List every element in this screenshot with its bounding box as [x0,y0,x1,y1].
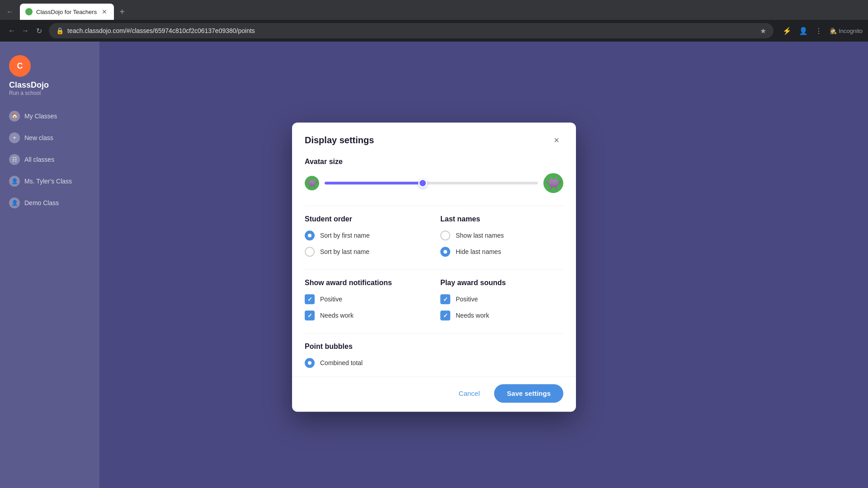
sidebar-item-label: Demo Class [24,199,59,206]
sidebar-item-ms-tyler[interactable]: 👤 Ms. Tyler's Class [0,170,99,192]
forward-button[interactable]: → [19,24,32,37]
new-class-icon: + [9,132,20,143]
student-order-section: Student order Sort by first name Sort by… [305,215,428,257]
sidebar-item-new-class[interactable]: + New class [0,127,99,149]
last-names-section: Last names Show last names Hide last nam… [440,215,563,257]
browser-tab[interactable]: ClassDojo for Teachers ✕ [20,4,114,20]
point-bubbles-section: Point bubbles Combined total [305,343,563,368]
sidebar-item-all-classes[interactable]: ☷ All classes [0,149,99,170]
last-names-title: Last names [440,215,563,223]
divider-3 [305,333,563,333]
hide-last-radio[interactable] [440,247,450,257]
sort-by-last-name-option[interactable]: Sort by last name [305,247,428,257]
profile-button[interactable]: 👤 [799,27,808,35]
point-bubbles-title: Point bubbles [305,343,563,351]
browser-chrome: ← ClassDojo for Teachers ✕ + ← → ↻ 🔒 tea… [0,0,868,42]
lock-icon: 🔒 [56,27,64,34]
sidebar-item-my-classes[interactable]: 🏠 My Classes [0,105,99,127]
back-nav-button[interactable]: ← [4,5,16,18]
modal-close-button[interactable]: × [550,133,563,147]
avatar-size-title: Avatar size [305,158,563,166]
sort-first-radio[interactable] [305,230,315,240]
student-order-lastnames-grid: Student order Sort by first name Sort by… [305,215,563,257]
back-button[interactable]: ← [5,24,18,37]
incognito-button[interactable]: 🕵 Incognito [830,28,863,34]
show-last-radio[interactable] [440,230,450,240]
play-award-positive-option[interactable]: Positive [440,294,563,304]
sidebar-brand: ClassDojo [9,80,90,90]
play-award-checkbox-group: Positive Needs work [440,294,563,320]
avatar-small-icon: 👾 [305,176,319,190]
point-bubbles-radio-group: Combined total [305,358,563,368]
play-award-title: Play award sounds [440,279,563,287]
sidebar-item-demo-class[interactable]: 👤 Demo Class [0,192,99,214]
show-award-notifications-section: Show award notifications Positive Needs … [305,279,428,320]
student-order-radio-group: Sort by first name Sort by last name [305,230,428,257]
extensions-button[interactable]: ⚡ [783,27,792,35]
nav-controls: ← → ↻ [5,24,45,37]
incognito-icon: 🕵 [830,28,837,34]
show-award-needs-work-checkbox[interactable] [305,310,315,320]
save-settings-button[interactable]: Save settings [494,384,563,403]
avatar-size-section: Avatar size 👾 👾 [305,158,563,193]
menu-button[interactable]: ⋮ [815,27,822,35]
show-award-checkbox-group: Positive Needs work [305,294,428,320]
show-award-needs-work-label: Needs work [320,312,354,319]
avatar-large-icon: 👾 [543,173,563,193]
monster-large: 👾 [546,176,561,191]
play-award-needs-work-checkbox[interactable] [440,310,450,320]
play-award-positive-label: Positive [456,296,478,303]
modal-footer: Cancel Save settings [292,376,576,412]
all-classes-icon: ☷ [9,154,20,165]
last-names-radio-group: Show last names Hide last names [440,230,563,257]
sidebar-item-label: My Classes [24,113,57,120]
sort-last-label: Sort by last name [320,248,369,255]
sidebar-subtitle: Run a school [9,90,90,96]
hide-last-label: Hide last names [456,248,501,255]
tab-bar: ← ClassDojo for Teachers ✕ + [0,0,868,20]
sort-first-label: Sort by first name [320,232,370,239]
avatar-size-slider[interactable] [325,182,538,184]
modal-header: Display settings × [292,122,576,154]
modal-title: Display settings [305,135,374,145]
address-text: teach.classdojo.com/#/classes/65974c810c… [67,27,756,34]
show-award-positive-checkbox[interactable] [305,294,315,304]
cancel-button[interactable]: Cancel [452,385,487,402]
star-icon: ★ [760,27,766,35]
play-award-needs-work-label: Needs work [456,312,489,319]
sidebar-logo: C ClassDojo Run a school [0,51,99,105]
show-award-positive-option[interactable]: Positive [305,294,428,304]
demo-class-icon: 👤 [9,197,20,208]
show-award-title: Show award notifications [305,279,428,287]
combined-total-option[interactable]: Combined total [305,358,563,368]
incognito-label: Incognito [839,28,863,34]
show-last-names-option[interactable]: Show last names [440,230,563,240]
address-input-wrapper[interactable]: 🔒 teach.classdojo.com/#/classes/65974c81… [49,23,774,38]
play-award-sounds-section: Play award sounds Positive Needs work [440,279,563,320]
ms-tyler-icon: 👤 [9,176,20,187]
show-award-needs-work-option[interactable]: Needs work [305,310,428,320]
modal-body: Avatar size 👾 👾 Student order [292,154,576,376]
play-award-positive-checkbox[interactable] [440,294,450,304]
divider-1 [305,206,563,206]
reload-button[interactable]: ↻ [33,24,45,37]
sidebar-item-label: All classes [24,156,54,163]
tab-title: ClassDojo for Teachers [36,9,97,15]
tab-favicon [25,8,33,15]
divider-2 [305,269,563,270]
monster-small: 👾 [307,178,318,188]
combined-total-radio[interactable] [305,358,315,368]
award-settings-grid: Show award notifications Positive Needs … [305,279,563,320]
play-award-needs-work-option[interactable]: Needs work [440,310,563,320]
sort-last-radio[interactable] [305,247,315,257]
tab-close-button[interactable]: ✕ [100,8,108,16]
sort-by-first-name-option[interactable]: Sort by first name [305,230,428,240]
my-classes-icon: 🏠 [9,111,20,122]
combined-total-label: Combined total [320,359,363,366]
sidebar-item-label: Ms. Tyler's Class [24,178,72,185]
new-tab-button[interactable]: + [116,5,128,18]
slider-thumb[interactable] [418,178,427,188]
hide-last-names-option[interactable]: Hide last names [440,247,563,257]
sidebar: C ClassDojo Run a school 🏠 My Classes + … [0,42,99,488]
slider-fill [325,182,423,184]
